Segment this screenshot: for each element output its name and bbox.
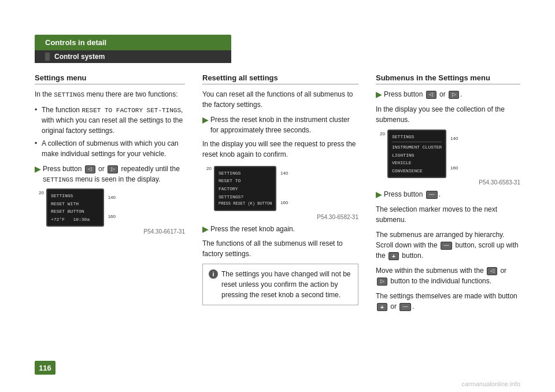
- right-column: Submenus in the Settings menu ▶ Press bu…: [376, 73, 520, 316]
- c2-line-1: SETTINGS: [219, 169, 272, 177]
- cluster-line-2: RESET WITH: [51, 200, 99, 208]
- reset-factory-code: RESET TO FACTORY SET-TINGS: [82, 107, 181, 114]
- c2-line-3: FACTORY: [219, 185, 272, 193]
- minus-btn-icon-2: [441, 242, 452, 250]
- c2-line-5: PRESS RESET (K) BUTTON: [219, 201, 272, 208]
- mid-para3: The functions of all the submenus will r…: [202, 238, 358, 259]
- speed-left-2: 20: [202, 164, 212, 213]
- bar-icon: [45, 53, 50, 61]
- left-btn-icon-r: [426, 91, 436, 99]
- mid-para2: In the display you will see the request …: [202, 139, 358, 160]
- section-header: Controls in detail: [35, 35, 231, 50]
- mid-para1: You can reset all the functions of all s…: [202, 89, 358, 110]
- cluster-line-1: SETTINGS: [51, 192, 99, 200]
- speed-right-3: 140160: [449, 134, 458, 173]
- bullet-item-2: A collection of submenus with which you …: [35, 138, 185, 159]
- subsection-header: Control system: [35, 50, 231, 63]
- mid-arrow-1-text: Press the reset knob in the instrument c…: [210, 114, 358, 135]
- speed-right-2: 140160: [279, 169, 288, 208]
- c3-line-1: SETTINGS: [392, 133, 442, 143]
- plus-btn-icon-2: [377, 303, 387, 311]
- right-arrow-1-text: Press button or .: [384, 89, 462, 99]
- mid-arrow-1: ▶ Press the reset knob in the instrument…: [202, 114, 358, 135]
- mid-section-title: Resetting all settings: [202, 73, 358, 84]
- c2-line-2: RESET TO: [219, 177, 272, 185]
- speed-left-3: 20: [376, 130, 385, 178]
- arrow-icon-5: ▶: [376, 189, 382, 201]
- right-arrow-2-text: Press button .: [384, 189, 441, 199]
- cluster-display-3: SETTINGS INSTRUMENT CLUSTER LIGHTING VEH…: [387, 130, 446, 179]
- right-section-title: Submenus in the Settings menu: [376, 73, 520, 84]
- cluster-line-3: RESET BUTTON: [51, 208, 99, 216]
- left-section-title: Settings menu: [35, 73, 185, 84]
- settings-code: SETTINGS: [54, 91, 84, 98]
- right-arrow-1: ▶ Press button or .: [376, 89, 520, 101]
- left-arrow-item: ▶ Press button or repeatedly until the S…: [35, 164, 185, 185]
- cluster-label-3: P54.30-6583-31: [376, 179, 520, 186]
- section-title: Controls in detail: [45, 38, 106, 47]
- page-number: 116: [35, 361, 56, 375]
- right-para5: The settings themselves are made with bu…: [376, 291, 520, 312]
- right-btn-icon-r: [449, 91, 459, 99]
- cluster-display-2-wrapper: 20 SETTINGS RESET TO FACTORY SETTINGS? P…: [202, 164, 358, 213]
- cluster-display-1: SETTINGS RESET WITH RESET BUTTON +72°F 1…: [46, 188, 104, 227]
- speed-right-1: 140160: [106, 193, 116, 222]
- cluster-display-3-wrapper: 20 SETTINGS INSTRUMENT CLUSTER LIGHTING …: [376, 130, 520, 179]
- main-content: Settings menu In the SETTINGS menu there…: [35, 73, 520, 316]
- mid-arrow-2-text: Press the reset knob again.: [210, 224, 295, 234]
- left-arrow-text: Press button or repeatedly until the SET…: [43, 164, 185, 185]
- info-text: The settings you have changed will not b…: [221, 269, 352, 300]
- c3-line-3: LIGHTING: [392, 151, 442, 160]
- c3-line-5: CONVENIENCE: [392, 167, 442, 175]
- left-btn-icon-2: [487, 267, 497, 275]
- cluster-label-2: P54.30-6582-31: [202, 214, 358, 220]
- arrow-icon-3: ▶: [202, 224, 208, 235]
- cluster-display-1-wrapper: 20 SETTINGS RESET WITH RESET BUTTON +72°…: [35, 188, 185, 227]
- minus-btn-icon-3: [399, 303, 411, 311]
- subsection-title: Control system: [54, 53, 105, 61]
- c3-line-4: VEHICLE: [392, 159, 442, 167]
- arrow-icon-2: ▶: [202, 114, 208, 126]
- c2-line-4: SETTINGS?: [219, 193, 272, 201]
- right-btn-icon-2: [377, 278, 387, 286]
- middle-column: Resetting all settings You can reset all…: [202, 73, 358, 316]
- info-box: i The settings you have changed will not…: [202, 264, 358, 305]
- arrow-icon-4: ▶: [376, 89, 382, 101]
- left-intro: In the SETTINGS menu there are two funct…: [35, 89, 185, 100]
- left-button-icon: [85, 165, 95, 173]
- settings-code-2: SETTINGS: [43, 176, 73, 183]
- minus-btn-icon: [426, 191, 438, 199]
- right-para3: The submenus are arranged by hierarchy. …: [376, 230, 520, 261]
- mid-arrow-2: ▶ Press the reset knob again.: [202, 224, 358, 235]
- right-para2: The selection marker moves to the next s…: [376, 204, 520, 225]
- arrow-icon-1: ▶: [35, 164, 40, 175]
- right-arrow-2: ▶ Press button .: [376, 189, 520, 201]
- watermark: carmanualonline.info: [461, 380, 520, 387]
- cluster-label-1: P54.30-6617-31: [35, 228, 185, 235]
- c3-line-2: INSTRUMENT CLUSTER: [392, 143, 442, 151]
- cluster-line-4: +72°F 10:30a: [51, 216, 99, 224]
- plus-btn-icon: [388, 252, 399, 260]
- bullet-item-1: The function RESET TO FACTORY SET-TINGS,…: [35, 105, 185, 136]
- left-column: Settings menu In the SETTINGS menu there…: [35, 73, 185, 316]
- info-icon: i: [209, 269, 218, 279]
- cluster-display-2: SETTINGS RESET TO FACTORY SETTINGS? PRES…: [214, 166, 276, 211]
- speed-left-1: 20: [35, 188, 44, 227]
- bullet-list: The function RESET TO FACTORY SET-TINGS,…: [35, 105, 185, 160]
- right-button-icon: [108, 165, 118, 173]
- right-para4: Move within the submenus with the or but…: [376, 265, 520, 286]
- right-para1: In the display you see the collection of…: [376, 104, 520, 125]
